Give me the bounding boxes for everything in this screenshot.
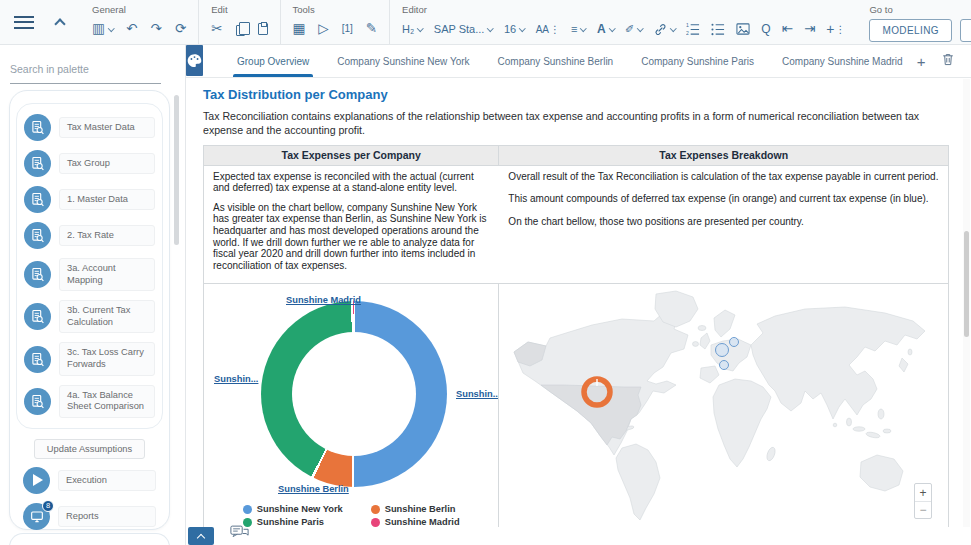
- more-tools-icon[interactable]: +⋮: [826, 21, 845, 37]
- refresh-icon[interactable]: ⟳: [175, 22, 186, 36]
- palette-scrollbar[interactable]: [174, 95, 179, 245]
- palette-card: Tax Master Data Tax Group 1. Master Data…: [9, 90, 170, 530]
- legend-item-paris[interactable]: Sunshine Paris: [243, 517, 343, 527]
- cut-icon[interactable]: ✂: [211, 22, 222, 36]
- update-assumptions-button[interactable]: Update Assumptions: [34, 439, 145, 459]
- tab-group-overview[interactable]: Group Overview: [223, 45, 323, 77]
- undo-icon[interactable]: ↶: [126, 22, 137, 36]
- tab-company-sunshine-new-york[interactable]: Company Sunshine New York: [323, 45, 483, 77]
- map-zoom-in-button[interactable]: +: [915, 484, 931, 501]
- donut-chart[interactable]: [261, 301, 447, 487]
- run-icon[interactable]: ▷: [318, 22, 328, 36]
- legend-label: Sunshine Berlin: [385, 504, 456, 514]
- palette-item-master-data[interactable]: 1. Master Data: [24, 186, 155, 213]
- palette-item-label: 3c. Tax Loss Carry Forwards: [59, 342, 155, 375]
- svg-text:2: 2: [686, 30, 689, 36]
- data-explorer-icon: [24, 222, 51, 249]
- add-page-button[interactable]: +: [917, 53, 926, 70]
- toolbar-group-editor: Editor H₂ SAP Sta... 16 AA⋮ ≡ A ✐ 12 Q: [389, 0, 857, 44]
- edit-page-icon[interactable]: ✎: [366, 22, 377, 36]
- table-header-left: Tax Expenses per Company: [204, 146, 499, 166]
- toolbar-group-edit: Edit ✂: [198, 0, 279, 44]
- slice-label-new-york[interactable]: Sunshin...: [456, 389, 499, 399]
- tab-company-sunshine-paris[interactable]: Company Sunshine Paris: [627, 45, 768, 77]
- map-zoom-out-button[interactable]: −: [915, 501, 931, 518]
- group-label: Tools: [293, 4, 378, 15]
- font-family-select[interactable]: SAP Sta...: [434, 23, 493, 35]
- tab-company-sunshine-berlin[interactable]: Company Sunshine Berlin: [484, 45, 628, 77]
- character-format-icon[interactable]: AA⋮: [536, 24, 560, 35]
- palette-item-tax-loss-carry-forwards[interactable]: 3c. Tax Loss Carry Forwards: [24, 342, 155, 375]
- highlight-select[interactable]: ✐: [625, 23, 643, 36]
- palette-item-label: 3a. Account Mapping: [59, 258, 155, 291]
- view-settings-dropdown[interactable]: ▥: [92, 22, 113, 36]
- page-tabs: Group Overview Company Sunshine New York…: [223, 45, 917, 77]
- symbol-icon[interactable]: Q: [761, 22, 770, 36]
- palette-item-reports[interactable]: 8 Reports: [23, 503, 156, 530]
- insert-image-icon[interactable]: [736, 22, 750, 36]
- palette-search: [10, 59, 161, 84]
- tab-company-sunshine-madrid[interactable]: Company Sunshine Madrid: [768, 45, 917, 77]
- indent-icon[interactable]: ⇥: [804, 22, 815, 36]
- font-color-select[interactable]: A: [597, 22, 614, 36]
- link-icon[interactable]: [654, 23, 676, 36]
- palette-data-group: Tax Master Data Tax Group 1. Master Data…: [16, 103, 163, 429]
- data-explorer-icon: [24, 150, 51, 177]
- heading-select[interactable]: H₂: [402, 23, 423, 35]
- application-window: General ▥ ↶ ↷ ⟳ Edit ✂ Tools ▦ ▷ [1] ✎: [0, 0, 971, 545]
- palette-item-label: 2. Tax Rate: [59, 225, 155, 247]
- delete-page-button[interactable]: [941, 52, 955, 71]
- world-map-panel[interactable]: + − Highcharts.com © Natural Earth: [499, 284, 948, 527]
- align-select[interactable]: ≡: [571, 23, 586, 35]
- legend-dot: [371, 505, 380, 514]
- palette-item-current-tax-calculation[interactable]: 3b. Current Tax Calculation: [24, 300, 155, 333]
- bullet-list-icon[interactable]: [711, 22, 725, 36]
- legend-dot: [243, 505, 252, 514]
- table-icon[interactable]: ▦: [293, 22, 306, 36]
- slice-label-madrid[interactable]: Sunshine Madrid: [286, 295, 361, 305]
- legend-item-new-york[interactable]: Sunshine New York: [243, 504, 343, 514]
- hamburger-menu-icon[interactable]: [14, 16, 34, 29]
- palette-item-execution[interactable]: Execution: [23, 467, 156, 494]
- tax-table: Tax Expenses per Company Tax Expenses Br…: [203, 145, 949, 527]
- collapse-toolbar-icon[interactable]: [54, 18, 65, 29]
- world-map[interactable]: [504, 288, 941, 527]
- palette-item-tax-rate[interactable]: 2. Tax Rate: [24, 222, 155, 249]
- copy-icon[interactable]: [236, 22, 245, 36]
- main-toolbar: General ▥ ↶ ↷ ⟳ Edit ✂ Tools ▦ ▷ [1] ✎: [0, 0, 971, 45]
- comments-icon[interactable]: [230, 525, 249, 543]
- palette-item-tax-balance-sheet-comparison[interactable]: 4a. Tax Balance Sheet Comparison: [24, 385, 155, 418]
- scrollbar-thumb[interactable]: [964, 231, 969, 337]
- table-header-right: Tax Expenses Breakdown: [499, 146, 948, 166]
- content-scrollbar[interactable]: [963, 79, 970, 527]
- slice-label-paris[interactable]: Sunshin...: [214, 374, 258, 384]
- ordered-list-icon[interactable]: 12: [686, 22, 700, 36]
- palette-item-account-mapping[interactable]: 3a. Account Mapping: [24, 258, 155, 291]
- toolbar-group-general: General ▥ ↶ ↷ ⟳: [80, 0, 198, 44]
- paste-icon[interactable]: [258, 23, 268, 35]
- modeling-button[interactable]: MODELING: [869, 19, 952, 42]
- numbering-icon[interactable]: [1]: [342, 24, 353, 34]
- redo-icon[interactable]: ↷: [151, 22, 162, 36]
- palette-item-tax-group[interactable]: Tax Group: [24, 150, 155, 177]
- canvas-footer: [186, 527, 971, 545]
- outdent-icon[interactable]: ⇤: [782, 22, 793, 36]
- process-button[interactable]: PROCESS: [960, 19, 971, 42]
- palette-item-label: 1. Master Data: [59, 189, 155, 211]
- data-explorer-icon: [24, 186, 51, 213]
- legend-item-berlin[interactable]: Sunshine Berlin: [371, 504, 460, 514]
- collapse-panel-button[interactable]: [188, 527, 214, 545]
- search-input[interactable]: [10, 63, 161, 75]
- styling-palette-button[interactable]: [186, 45, 203, 76]
- slice-label-berlin[interactable]: Sunshine Berlin: [278, 484, 349, 494]
- palette-item-tax-master-data[interactable]: Tax Master Data: [24, 114, 155, 141]
- palette-item-label: Tax Master Data: [59, 117, 155, 139]
- component-palette-panel: Tax Master Data Tax Group 1. Master Data…: [0, 45, 186, 545]
- legend-item-madrid[interactable]: Sunshine Madrid: [371, 517, 460, 527]
- reports-count-badge: 8: [42, 500, 54, 512]
- font-size-select[interactable]: 16: [504, 23, 525, 35]
- paragraph: On the chart bellow, those two positions…: [508, 216, 939, 228]
- data-explorer-icon: [24, 114, 51, 141]
- palette-item-label: Tax Group: [59, 153, 155, 175]
- toolbar-group-tools: Tools ▦ ▷ [1] ✎: [280, 0, 390, 44]
